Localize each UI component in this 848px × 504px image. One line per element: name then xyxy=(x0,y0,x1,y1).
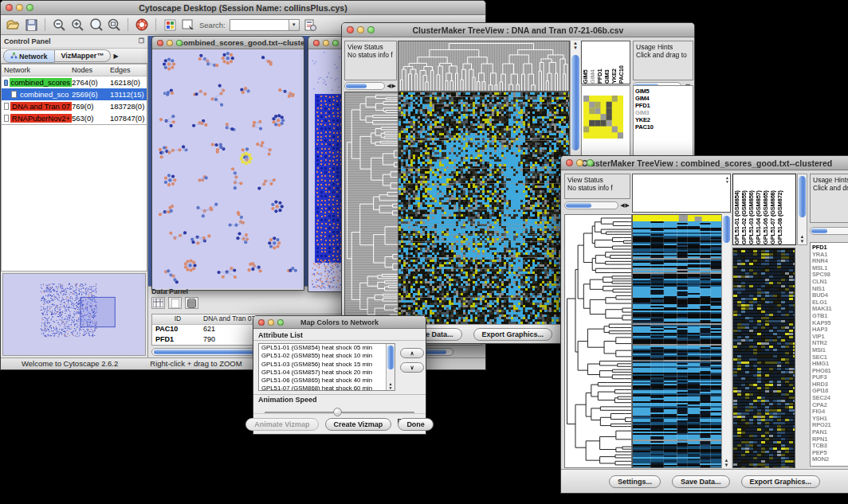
nodes-column-header[interactable]: Nodes xyxy=(72,66,110,74)
tab-vizmapper[interactable]: VizMapper™ xyxy=(55,49,112,62)
network-title-bar[interactable]: combined_scores_good.txt--cluste... xyxy=(152,37,304,49)
zoom-window-button[interactable] xyxy=(587,159,594,166)
edges-column-header[interactable]: Edges xyxy=(110,66,147,74)
save-session-button[interactable] xyxy=(24,18,38,32)
settings-button[interactable]: Settings... xyxy=(609,475,661,488)
animate-vizmap-button[interactable]: Animate Vizmap xyxy=(245,418,318,431)
zoom-in-button[interactable] xyxy=(70,18,84,32)
column-labels-panel[interactable]: GIM5GIM4PFD1GIM3YKE2PAC10 xyxy=(581,41,630,84)
gene-label[interactable]: MON2 xyxy=(812,456,848,463)
network-row-combined-scores[interactable]: combined_scores 2764(0) 16218(0) xyxy=(2,76,147,88)
zoom-selected-button[interactable] xyxy=(107,18,121,32)
view-status-hscrollbar[interactable]: ◀▶ xyxy=(344,81,397,91)
close-button[interactable] xyxy=(258,319,265,326)
zoom-window-button[interactable] xyxy=(332,40,339,46)
heatmap-canvas[interactable] xyxy=(398,92,570,327)
zoom-out-button[interactable] xyxy=(52,18,66,32)
scroll-arrows-icon[interactable]: ▲▼ xyxy=(798,234,807,244)
gene-label[interactable]: YKE2 xyxy=(635,116,693,123)
network-list-empty-area[interactable] xyxy=(1,125,147,272)
float-panel-icon[interactable]: ❐ xyxy=(139,37,144,46)
move-down-button[interactable]: ∨ xyxy=(400,362,424,373)
attribute-list-item[interactable]: GPL51-03 (GSM856) heat shock 15 min xyxy=(259,361,386,369)
scroll-arrows-icon[interactable]: ▲▼ xyxy=(722,458,731,467)
main-title-bar[interactable]: Cytoscape Desktop (Session Name: collins… xyxy=(1,1,485,15)
attribute-list-item[interactable]: GPL51-02 (GSM855) heat shock 10 min xyxy=(259,352,386,360)
network-overview-thumbnail[interactable] xyxy=(2,273,146,356)
zoom-fit-button[interactable] xyxy=(88,18,103,32)
minimize-button[interactable] xyxy=(16,4,23,11)
heatmap-canvas[interactable] xyxy=(632,214,722,468)
overview-canvas[interactable] xyxy=(3,274,136,352)
zoom-window-button[interactable] xyxy=(367,26,375,33)
scroll-arrows-icon[interactable]: ▲▼ xyxy=(387,382,395,390)
gene-list[interactable]: PFD1YRA1RNR4MSL1SPC98CLN1NIS1BUD4ELG1MAK… xyxy=(810,242,848,467)
help-ring-icon[interactable] xyxy=(135,18,149,32)
network-column-header[interactable]: Network xyxy=(2,66,72,74)
labels-vscrollbar[interactable]: ▲▼ xyxy=(797,174,807,245)
close-button[interactable] xyxy=(566,159,573,166)
zoom-heatmap-canvas[interactable] xyxy=(732,248,795,468)
minimize-button[interactable] xyxy=(268,319,274,326)
dialog-title-bar[interactable]: Map Colors to Network xyxy=(253,316,426,329)
network-row-dna-tran[interactable]: DNA and Tran 07 769(0) 183728(0) xyxy=(2,100,147,112)
zoom-window-button[interactable] xyxy=(176,40,183,46)
attribute-select-icon[interactable] xyxy=(151,297,165,309)
column-dendrogram-canvas[interactable] xyxy=(398,41,570,92)
report-button[interactable] xyxy=(304,18,318,32)
row-dendrogram-canvas[interactable] xyxy=(564,214,632,468)
usage-hints-hscrollbar[interactable] xyxy=(810,226,848,236)
scroll-arrows-icon[interactable]: ▲▼ xyxy=(725,176,729,184)
gene-label[interactable]: GIM3 xyxy=(635,109,693,116)
done-button[interactable]: Done xyxy=(398,418,434,431)
minimize-button[interactable] xyxy=(167,40,173,46)
network-row-rnapuber[interactable]: RNAPuberNov2+ 563(0) 107847(0) xyxy=(2,112,147,124)
close-button[interactable] xyxy=(157,40,163,46)
export-graphics-button[interactable]: Export Graphics... xyxy=(473,328,553,341)
attribute-list-item[interactable]: GPL51-07 (GSM868) heat shock 60 min xyxy=(259,385,386,391)
chevron-down-icon[interactable]: ▼ xyxy=(289,20,299,30)
close-button[interactable] xyxy=(347,26,354,33)
attribute-list-item[interactable]: GPL51-01 (GSM854) heat shock 05 min xyxy=(259,344,386,352)
new-attribute-icon[interactable] xyxy=(168,297,182,309)
row-dendrogram-canvas[interactable] xyxy=(344,92,398,327)
search-input[interactable]: ▼ xyxy=(230,19,300,31)
move-up-button[interactable]: ∧ xyxy=(400,348,424,358)
similarity-matrix-canvas[interactable] xyxy=(583,96,623,139)
vizmapper-button[interactable] xyxy=(163,18,177,32)
network-canvas[interactable] xyxy=(152,49,304,289)
gene-label[interactable]: GIM4 xyxy=(635,95,693,102)
export-graphics-button[interactable]: Export Graphics... xyxy=(741,475,821,488)
gene-label[interactable]: PAC10 xyxy=(635,123,693,131)
scroll-arrows-icon[interactable]: ◀▶ xyxy=(618,202,630,209)
close-button[interactable] xyxy=(6,4,13,11)
attribute-list-item[interactable]: GPL51-06 (GSM865) heat shock 40 min xyxy=(259,377,386,385)
network-row-selected[interactable]: combined_sco 2569(6) 13112(15) xyxy=(2,88,147,100)
id-column-header[interactable]: ID xyxy=(152,315,200,324)
view-status-hscrollbar[interactable]: ◀▶ xyxy=(564,201,630,210)
gene-label[interactable]: GIM5 xyxy=(635,88,693,95)
heatmap-vscrollbar[interactable]: ▲▼ xyxy=(721,214,731,468)
treeview2-title-bar[interactable]: ClusterMaker TreeView : combined_scores_… xyxy=(561,156,848,170)
gene-label[interactable]: PFD1 xyxy=(635,102,693,109)
close-button[interactable] xyxy=(313,40,320,46)
attribute-list-vscrollbar[interactable]: ▲▼ xyxy=(386,344,395,390)
zoom-window-button[interactable] xyxy=(26,4,33,11)
column-labels-panel[interactable]: GPL51-01 (GSM854)GPL51-02 (GSM855)GPL51-… xyxy=(732,174,796,245)
minimize-button[interactable] xyxy=(323,40,329,46)
column-dendrogram-area[interactable]: ▲▼ xyxy=(632,174,731,213)
save-data-button[interactable]: Save Data... xyxy=(672,475,730,488)
zoom-window-button[interactable] xyxy=(277,319,284,326)
scroll-arrows-icon[interactable]: ◀▶ xyxy=(385,83,397,89)
tab-network[interactable]: Network xyxy=(3,49,55,63)
annotation-button[interactable] xyxy=(181,18,195,32)
delete-attribute-icon[interactable] xyxy=(185,297,198,309)
attribute-list[interactable]: GPL51-01 (GSM854) heat shock 05 minGPL51… xyxy=(258,343,395,391)
treeview1-title-bar[interactable]: ClusterMaker TreeView : DNA and Tran 07-… xyxy=(342,23,694,37)
create-vizmap-button[interactable]: Create Vizmap xyxy=(325,418,392,431)
attribute-list-item[interactable]: GPL51-04 (GSM857) heat shock 20 min xyxy=(259,369,386,377)
minimize-button[interactable] xyxy=(576,159,583,166)
minimize-button[interactable] xyxy=(357,26,364,33)
scroll-up-icon[interactable]: ▲▼ xyxy=(571,41,580,50)
open-session-button[interactable] xyxy=(6,18,20,32)
